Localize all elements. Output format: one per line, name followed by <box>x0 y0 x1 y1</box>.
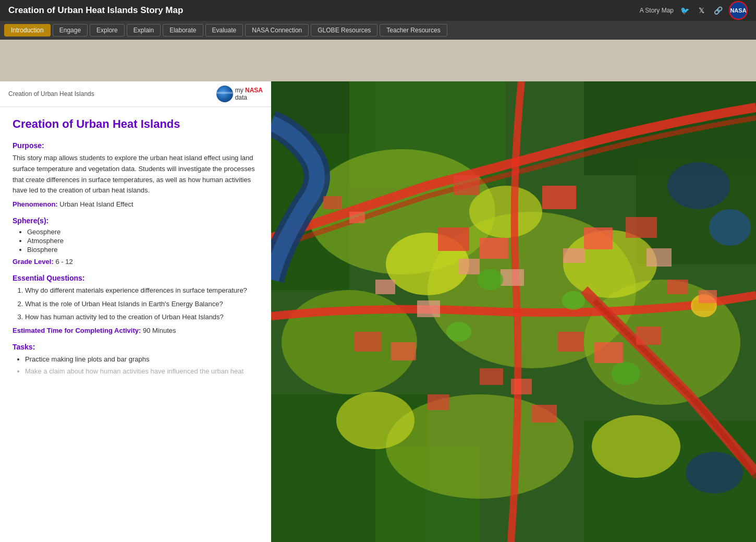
svg-rect-42 <box>349 212 365 223</box>
svg-rect-28 <box>647 248 672 267</box>
sphere-biosphere: Biosphere <box>27 246 259 254</box>
svg-point-17 <box>336 392 414 449</box>
svg-point-49 <box>477 269 503 290</box>
spheres-heading: Sphere(s): <box>13 216 259 225</box>
nav-globe-resources[interactable]: GLOBE Resources <box>311 24 377 37</box>
navigation-bar: Introduction Engage Explore Explain Elab… <box>0 21 756 40</box>
map-panel <box>271 81 756 542</box>
svg-rect-27 <box>563 248 585 263</box>
panel-header: Creation of Urban Heat Islands my NASA d… <box>0 81 271 107</box>
tasks-list: Practice making line plots and bar graph… <box>13 354 259 377</box>
svg-rect-35 <box>391 342 416 360</box>
panel-body: Creation of Urban Heat Islands Purpose: … <box>0 107 271 391</box>
svg-rect-19 <box>438 227 469 251</box>
phenomenon-label: Phenomenon: <box>13 200 58 208</box>
svg-rect-24 <box>626 217 657 238</box>
nav-explore[interactable]: Explore <box>90 24 125 37</box>
svg-point-50 <box>562 291 585 310</box>
essential-q-3: How has human activity led to the creati… <box>25 312 259 322</box>
nav-explain[interactable]: Explain <box>127 24 161 37</box>
nav-nasa-connection[interactable]: NASA Connection <box>245 24 309 37</box>
essential-questions-list: Why do different materials experience di… <box>13 285 259 322</box>
task-2: Make a claim about how human activities … <box>25 366 259 377</box>
svg-point-37 <box>709 209 751 246</box>
satellite-map <box>271 81 756 542</box>
nasa-logo: NASA <box>729 1 748 20</box>
purpose-heading: Purpose: <box>13 141 259 150</box>
nav-elaborate[interactable]: Elaborate <box>163 24 203 37</box>
phenomenon-value: Urban Heat Island Effect <box>59 200 133 208</box>
svg-rect-31 <box>558 332 584 352</box>
page-title: Creation of Urban Heat Islands Story Map <box>8 5 183 16</box>
tasks-heading: Tasks: <box>13 343 259 351</box>
facebook-icon[interactable]: 🐦 <box>679 5 690 16</box>
svg-rect-20 <box>480 238 508 259</box>
estimated-time-value: 90 Minutes <box>143 327 176 334</box>
nav-evaluate[interactable]: Evaluate <box>205 24 243 37</box>
svg-rect-46 <box>511 379 532 394</box>
svg-rect-25 <box>459 259 480 274</box>
essential-q-2: What is the role of Urban Heat Islands i… <box>25 299 259 309</box>
estimated-time-line: Estimated Time for Completing Activity: … <box>13 327 259 334</box>
svg-point-51 <box>611 362 640 385</box>
banner-area <box>0 40 756 81</box>
svg-point-52 <box>446 322 471 342</box>
nav-introduction[interactable]: Introduction <box>4 24 51 37</box>
svg-rect-34 <box>355 332 382 352</box>
svg-rect-29 <box>375 280 395 294</box>
estimated-time-label: Estimated Time for Completing Activity: <box>13 327 141 334</box>
svg-rect-26 <box>501 269 524 286</box>
svg-rect-48 <box>532 405 557 423</box>
globe-icon <box>216 86 233 102</box>
topbar-right: A Story Map 🐦 𝕏 🔗 NASA <box>640 1 748 20</box>
sphere-geosphere: Geosphere <box>27 228 259 236</box>
svg-rect-32 <box>594 342 623 363</box>
twitter-icon[interactable]: 𝕏 <box>696 5 707 16</box>
nasa-data-logo: my NASA data <box>216 86 263 102</box>
svg-rect-44 <box>699 290 717 303</box>
svg-point-15 <box>469 186 542 238</box>
main-content: Creation of Urban Heat Islands my NASA d… <box>0 81 756 542</box>
svg-rect-21 <box>454 175 480 195</box>
main-title: Creation of Urban Heat Islands <box>13 117 259 131</box>
content-panel: Creation of Urban Heat Islands my NASA d… <box>0 81 271 542</box>
story-map-label: A Story Map <box>640 7 674 14</box>
svg-point-38 <box>686 452 743 493</box>
svg-rect-43 <box>667 280 688 294</box>
svg-rect-41 <box>323 196 342 209</box>
sphere-atmosphere: Atmosphere <box>27 237 259 245</box>
phenomenon-line: Phenomenon: Urban Heat Island Effect <box>13 200 259 208</box>
svg-point-36 <box>667 162 730 209</box>
top-bar: Creation of Urban Heat Islands Story Map… <box>0 0 756 21</box>
svg-rect-22 <box>542 186 576 209</box>
nav-engage[interactable]: Engage <box>53 24 88 37</box>
svg-rect-30 <box>417 300 440 317</box>
purpose-text: This story map allows students to explor… <box>13 153 259 196</box>
svg-point-18 <box>592 415 680 478</box>
panel-header-title: Creation of Urban Heat Islands <box>8 90 94 98</box>
nasa-data-text: my NASA data <box>235 87 263 102</box>
essential-q-1: Why do different materials experience di… <box>25 285 259 296</box>
grade-level-value: 6 - 12 <box>55 258 72 266</box>
svg-rect-47 <box>428 394 449 410</box>
grade-level-label: Grade Level: <box>13 258 54 266</box>
nav-teacher-resources[interactable]: Teacher Resources <box>380 24 447 37</box>
svg-rect-23 <box>584 227 613 249</box>
svg-rect-33 <box>636 327 661 345</box>
svg-rect-45 <box>480 368 503 385</box>
essential-questions-heading: Essential Questions: <box>13 274 259 282</box>
grade-level-line: Grade Level: 6 - 12 <box>13 258 259 266</box>
link-icon[interactable]: 🔗 <box>712 5 724 16</box>
task-1: Practice making line plots and bar graph… <box>25 354 259 365</box>
spheres-list: Geosphere Atmosphere Biosphere <box>13 228 259 254</box>
